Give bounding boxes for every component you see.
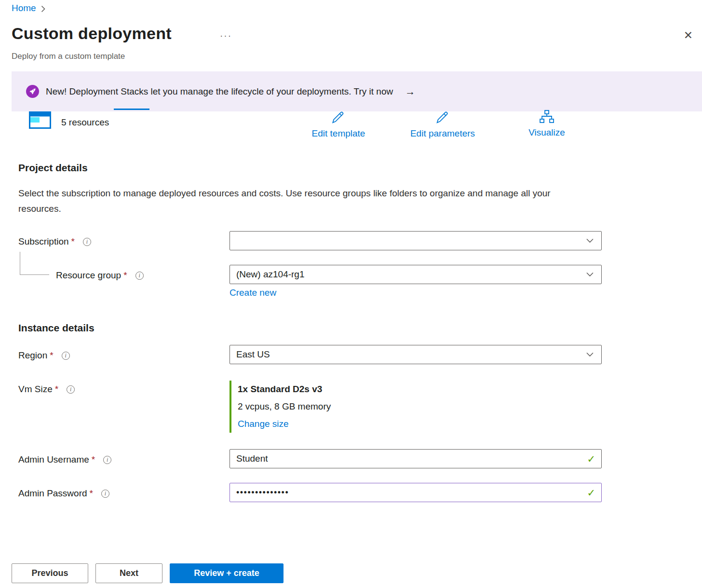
admin-password-label: Admin Password * i [18, 488, 109, 499]
vm-size-specs: 2 vcpus, 8 GB memory [238, 398, 331, 415]
close-icon[interactable]: ✕ [684, 30, 693, 41]
project-details-description: Select the subscription to manage deploy… [18, 186, 573, 217]
info-icon[interactable]: i [101, 490, 109, 498]
subscription-dropdown[interactable] [230, 231, 602, 250]
visualize-label: Visualize [528, 127, 565, 138]
field-tree-connector [20, 252, 49, 275]
project-details-heading: Project details [18, 162, 88, 174]
breadcrumb-home-link[interactable]: Home [12, 3, 36, 14]
admin-username-field-wrap: ✓ [230, 449, 602, 468]
chevron-down-icon [586, 353, 594, 357]
region-value: East US [236, 349, 270, 360]
region-dropdown[interactable]: East US [230, 345, 602, 364]
resource-group-dropdown[interactable]: (New) az104-rg1 [230, 265, 602, 284]
required-marker: * [123, 270, 127, 281]
sitemap-icon [539, 110, 554, 126]
valid-checkmark-icon: ✓ [587, 454, 595, 464]
page-subtitle: Deploy from a custom template [12, 52, 125, 61]
visualize-link[interactable]: Visualize [528, 110, 565, 138]
info-icon[interactable]: i [103, 456, 111, 464]
instance-details-heading: Instance details [18, 322, 94, 334]
vm-size-selection: 1x Standard D2s v3 [238, 381, 331, 398]
valid-checkmark-icon: ✓ [587, 488, 595, 498]
required-marker: * [92, 454, 95, 465]
admin-password-input[interactable] [230, 483, 602, 502]
template-icon [29, 111, 51, 131]
resource-count-label: 5 resources [61, 117, 109, 128]
required-marker: * [50, 350, 53, 361]
chevron-down-icon [586, 239, 594, 243]
info-icon[interactable]: i [67, 385, 75, 394]
required-marker: * [90, 488, 93, 499]
info-icon[interactable]: i [62, 352, 70, 360]
required-marker: * [55, 384, 58, 395]
vm-size-label: Vm Size * i [18, 384, 75, 395]
edit-parameters-link[interactable]: Edit parameters [410, 110, 475, 139]
banner-message: New! Deployment Stacks let you manage th… [46, 86, 393, 97]
admin-username-label: Admin Username * i [18, 454, 111, 465]
admin-password-field-wrap: ✓ [230, 483, 602, 502]
info-icon[interactable]: i [83, 238, 91, 246]
breadcrumb-chevron-icon [40, 5, 46, 13]
admin-username-input[interactable] [230, 449, 602, 468]
previous-button[interactable]: Previous [12, 563, 88, 583]
edit-template-label: Edit template [312, 128, 365, 139]
resource-group-value: (New) az104-rg1 [236, 269, 305, 280]
pencil-icon [331, 110, 346, 127]
resource-group-label: Resource group * i [56, 270, 144, 281]
region-label: Region * i [18, 350, 70, 361]
chevron-down-icon [586, 273, 594, 277]
vm-size-summary: 1x Standard D2s v3 2 vcpus, 8 GB memory … [230, 381, 331, 433]
custom-deployment-page: Home Custom deployment ··· ✕ Deploy from… [0, 0, 702, 588]
deployment-stacks-banner[interactable]: New! Deployment Stacks let you manage th… [12, 71, 702, 111]
required-marker: * [71, 236, 75, 247]
review-create-button[interactable]: Review + create [170, 563, 284, 583]
edit-parameters-label: Edit parameters [410, 128, 475, 139]
arrow-right-icon: → [405, 86, 415, 97]
page-title: Custom deployment [12, 24, 172, 43]
create-new-link[interactable]: Create new [230, 287, 276, 298]
overflow-menu-icon[interactable]: ··· [220, 30, 232, 41]
change-size-link[interactable]: Change size [238, 415, 289, 433]
breadcrumb: Home [12, 3, 46, 14]
edit-template-link[interactable]: Edit template [312, 110, 365, 139]
info-icon[interactable]: i [135, 272, 144, 280]
rocket-icon [26, 85, 39, 98]
subscription-label: Subscription * i [18, 236, 91, 247]
next-button[interactable]: Next [95, 563, 162, 583]
pencil-icon [435, 110, 450, 127]
clipped-tab-indicator [114, 109, 149, 110]
